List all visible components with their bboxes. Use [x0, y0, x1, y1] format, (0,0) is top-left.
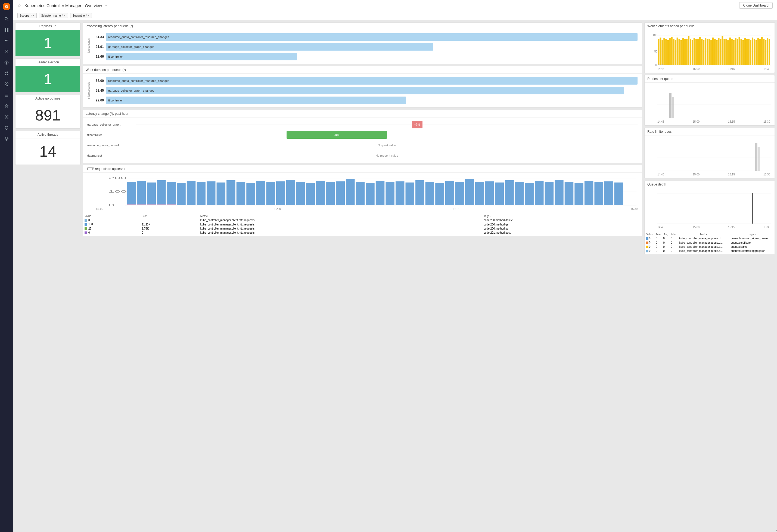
center-column: Processing latency per queue (*) microse…	[83, 22, 642, 254]
leader-election-value: 1	[15, 66, 80, 92]
svg-rect-156	[661, 64, 663, 65]
svg-text:0: 0	[656, 64, 657, 67]
svg-rect-80	[584, 181, 593, 205]
filter-scope[interactable]: $scope * ▾	[17, 13, 37, 18]
rate-limiter-title: Rate limiter uses	[645, 128, 775, 135]
svg-rect-6	[5, 30, 6, 32]
sidebar-item-info[interactable]	[2, 58, 11, 68]
svg-line-3	[7, 20, 8, 21]
active-threads-title: Active threads	[15, 131, 80, 138]
svg-rect-4	[5, 28, 6, 30]
svg-rect-96	[660, 37, 661, 65]
legend-header: Value Sum Metric Tags ↓	[83, 214, 642, 218]
svg-rect-85	[137, 204, 146, 205]
wbar-row-2: 52.45 garbage_collector_graph_changes	[92, 87, 638, 94]
sidebar: G › › › ›	[0, 0, 13, 532]
sidebar-item-security[interactable]	[2, 123, 11, 133]
filter-cluster-name[interactable]: $cluster_name * ▾	[39, 13, 68, 18]
svg-rect-116	[697, 39, 699, 65]
svg-rect-50	[286, 180, 295, 205]
star-icon[interactable]: ☆	[17, 3, 21, 8]
svg-rect-113	[692, 40, 693, 65]
sidebar-item-users[interactable]: ›	[2, 47, 11, 57]
svg-rect-70	[485, 182, 494, 205]
sidebar-item-settings[interactable]: ›	[2, 90, 11, 100]
svg-rect-40	[187, 181, 196, 205]
http-requests-title: HTTP requests to apiserver	[83, 166, 642, 173]
left-column: Replicas up 1 Leader election 1 Active g…	[15, 22, 81, 254]
svg-rect-110	[686, 39, 687, 65]
svg-rect-7	[7, 30, 8, 32]
latency-row-1: garbage_collector_grap... +7%	[87, 121, 638, 128]
queue-depth-legend: Value Min Avg Max Metric Tags ↓	[645, 231, 775, 254]
svg-rect-131	[726, 39, 727, 65]
svg-rect-149	[759, 39, 761, 65]
chevron-down-icon: ▾	[33, 14, 34, 17]
wbar-row-1: 55.00 resource_quota_controller_resource…	[92, 77, 638, 85]
wbar-row-3: 29.00 ttlcontroller	[92, 97, 638, 104]
svg-rect-106	[679, 39, 680, 65]
sidebar-item-admin[interactable]: ›	[2, 134, 11, 143]
http-chart-svg: 200 100 0	[86, 175, 639, 208]
clone-dashboard-button[interactable]: Clone Dashboard	[739, 2, 773, 9]
work-duration-chart: microseconds 55.00 resource_quota_contro…	[83, 74, 642, 107]
svg-rect-112	[690, 39, 691, 65]
sidebar-item-alerts[interactable]	[2, 101, 11, 111]
svg-rect-51	[296, 182, 305, 205]
sidebar-item-activity[interactable]	[2, 36, 11, 46]
svg-rect-64	[426, 182, 434, 205]
y-axis-label-processing: microseconds	[87, 33, 90, 61]
legend-row: 180 11.23K kube_controller_manager.clien…	[83, 222, 642, 226]
svg-rect-61	[396, 182, 405, 205]
svg-rect-35	[137, 181, 146, 205]
svg-rect-46	[246, 183, 255, 205]
svg-rect-53	[316, 181, 325, 205]
http-x-axis: 14:45 15:00 15:15 15:30	[86, 208, 639, 212]
sidebar-item-connections[interactable]	[2, 112, 11, 122]
svg-rect-98	[663, 38, 665, 65]
svg-rect-69	[475, 182, 484, 205]
queue-legend-row: 0 0 0 0 kube_controller_manager.queue.d.…	[645, 249, 775, 253]
header-chevron-icon[interactable]: ▾	[105, 4, 107, 7]
sidebar-item-dashboards[interactable]	[2, 25, 11, 35]
replicas-up-value: 1	[15, 30, 80, 56]
svg-rect-95	[658, 39, 660, 65]
latency-row-3: resource_quota_control... No past value	[87, 141, 638, 149]
svg-rect-147	[756, 40, 757, 65]
svg-line-23	[6, 116, 7, 117]
sidebar-item-refresh[interactable]	[2, 69, 11, 78]
header: ☆ Kubernetes Controller Manager - Overvi…	[13, 0, 777, 11]
svg-rect-47	[256, 181, 265, 205]
filter-quantile[interactable]: $quantile * ▾	[70, 13, 92, 18]
svg-text:100: 100	[653, 34, 657, 37]
hbar-row-1: 81.33 resource_quota_controller_resource…	[92, 33, 638, 41]
svg-rect-12	[5, 83, 6, 84]
svg-rect-130	[724, 39, 725, 65]
work-elements-panel: Work elements added per queue 100 50 0	[644, 22, 775, 73]
svg-rect-132	[727, 40, 729, 65]
sidebar-logo[interactable]: G	[2, 2, 11, 11]
svg-rect-36	[147, 183, 156, 205]
svg-rect-161	[672, 97, 674, 118]
svg-rect-119	[703, 40, 704, 65]
svg-rect-114	[693, 38, 695, 65]
svg-rect-136	[735, 38, 737, 65]
svg-rect-108	[682, 38, 684, 65]
svg-rect-39	[177, 183, 186, 205]
latency-change-panel: Latency change (*), past hour garbage_co…	[83, 110, 642, 163]
active-goroutines-value: 891	[15, 102, 80, 128]
active-goroutines-title: Active goroutines	[15, 95, 80, 102]
svg-rect-155	[658, 64, 660, 65]
queue-depth-svg	[648, 190, 771, 226]
svg-rect-146	[754, 39, 755, 65]
sidebar-item-plugins[interactable]: ›	[2, 80, 11, 89]
queue-depth-panel: Queue depth 14:45 15:00 15:15	[644, 181, 775, 254]
right-column: Work elements added per queue 100 50 0	[644, 22, 775, 254]
svg-rect-37	[157, 180, 166, 205]
svg-rect-77	[555, 180, 564, 205]
sidebar-item-search[interactable]	[2, 14, 11, 24]
queue-legend-row: 0 0 0 0 kube_controller_manager.queue.d.…	[645, 236, 775, 240]
svg-rect-81	[594, 182, 603, 205]
svg-text:G: G	[5, 4, 8, 9]
legend-row: 0 0 kube_controller_manager.client.http.…	[83, 218, 642, 222]
